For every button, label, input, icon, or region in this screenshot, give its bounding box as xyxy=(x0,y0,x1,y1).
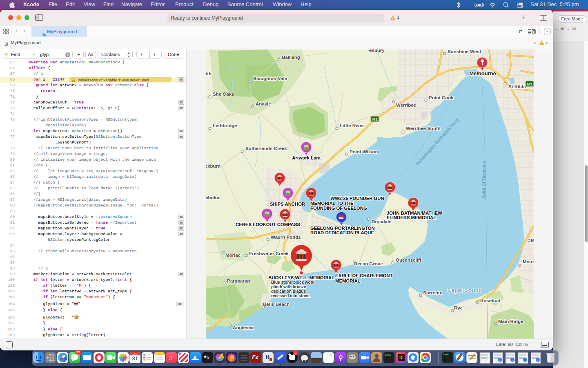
svg-text:Little River: Little River xyxy=(340,123,364,128)
svg-text:She Oaks: She Oaks xyxy=(213,92,234,96)
svg-text:ckburn: ckburn xyxy=(206,164,220,168)
svg-text:SHIPS ANCHOR: SHIPS ANCHOR xyxy=(270,202,305,206)
svg-text:Freshwater Creek: Freshwater Creek xyxy=(249,251,289,256)
svg-text:Moriac: Moriac xyxy=(225,253,241,258)
svg-text:Lethbridge: Lethbridge xyxy=(213,123,237,128)
svg-text:Point Wilson: Point Wilson xyxy=(350,149,378,154)
svg-text:ith: ith xyxy=(206,71,212,76)
svg-text:Mount: Mount xyxy=(523,259,534,264)
svg-text:Bells Beach: Bells Beach xyxy=(263,302,290,307)
svg-text:FOUNDING OF GEELONG: FOUNDING OF GEELONG xyxy=(310,206,367,211)
svg-text:Rosebud: Rosebud xyxy=(480,298,500,303)
svg-text:St Kilda: St Kilda xyxy=(508,84,526,89)
svg-text:Main Ridge: Main Ridge xyxy=(498,319,523,324)
svg-text:BUCKLEYS WELL MEMORIAL: BUCKLEYS WELL MEMORIAL xyxy=(268,275,334,280)
svg-text:Melbourne: Melbourne xyxy=(469,70,496,76)
svg-text:eboluc: eboluc xyxy=(206,195,221,200)
svg-text:EARLE OF CHARLEMONT: EARLE OF CHARLEMONT xyxy=(335,273,393,278)
svg-text:tv: tv xyxy=(206,355,209,359)
svg-text:Artwork Lara: Artwork Lara xyxy=(292,155,321,160)
svg-text:Sorrento: Sorrento xyxy=(423,290,443,295)
svg-text:recessed into stone.: recessed into stone. xyxy=(271,294,311,298)
svg-text:esbury: esbury xyxy=(369,49,385,53)
svg-text:Rye: Rye xyxy=(454,305,463,310)
svg-text:Anglesea: Anglesea xyxy=(233,325,254,330)
svg-text:MEMORIAL TO THE: MEMORIAL TO THE xyxy=(310,201,354,206)
svg-text:Werribee: Werribee xyxy=(396,103,416,108)
svg-text:Werribee South: Werribee South xyxy=(406,126,441,131)
svg-text:ROAD DEDICATION PLAQUE: ROAD DEDICATION PLAQUE xyxy=(310,230,374,235)
svg-text:Point Cook: Point Cook xyxy=(429,95,454,100)
svg-text:Balliang: Balliang xyxy=(282,55,300,60)
svg-text:plinth with bronze: plinth with bronze xyxy=(271,285,306,289)
svg-text:Staughton Vale: Staughton Vale xyxy=(253,76,287,81)
svg-text:dedication plaque: dedication plaque xyxy=(271,289,306,294)
svg-text:M1: M1 xyxy=(372,117,378,121)
svg-text:Waurn Ponds: Waurn Ponds xyxy=(271,235,301,240)
svg-text:Ocean Grove: Ocean Grove xyxy=(354,261,383,266)
svg-text:Sutherlands Creek: Sutherlands Creek xyxy=(245,146,287,151)
svg-text:FLINDERS MEMORIAL: FLINDERS MEMORIAL xyxy=(387,215,436,220)
svg-text:Capel Sound: Capel Sound xyxy=(448,287,482,293)
svg-text:Anakie: Anakie xyxy=(256,101,271,106)
svg-text:MEMORIAL: MEMORIAL xyxy=(335,278,361,283)
svg-text:Sunshine West: Sunshine West xyxy=(448,49,481,54)
svg-text:Mo: Mo xyxy=(531,238,534,243)
svg-text:WW2 25 POUNDER GUN: WW2 25 POUNDER GUN xyxy=(330,196,384,201)
svg-text:M1: M1 xyxy=(527,82,532,86)
svg-text:Blue stone block work: Blue stone block work xyxy=(271,280,315,285)
svg-text:Spirit Of Tasmania: Spirit Of Tasmania xyxy=(481,161,486,199)
svg-text:Queenscliff: Queenscliff xyxy=(396,258,421,263)
svg-text:Paraparap: Paraparap xyxy=(227,278,250,283)
svg-text:CERES LOOKOUT COMPASS: CERES LOOKOUT COMPASS xyxy=(236,222,300,227)
